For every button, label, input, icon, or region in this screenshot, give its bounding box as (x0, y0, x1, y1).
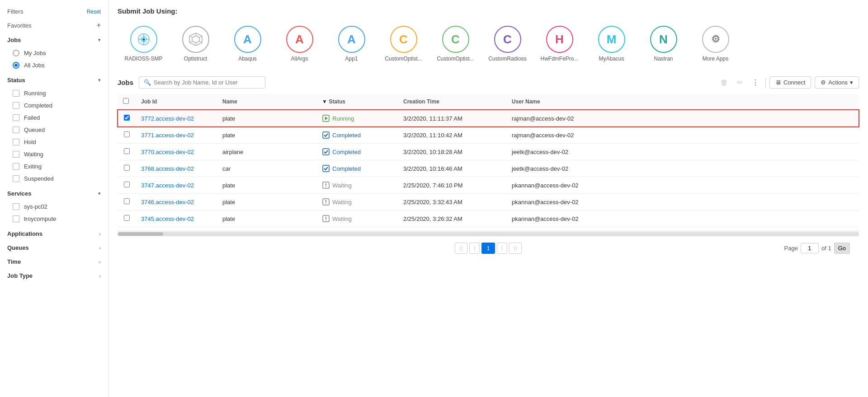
th-user-name[interactable]: User Name (506, 94, 859, 110)
waiting-checkbox[interactable] (13, 151, 19, 158)
queued-checkbox[interactable] (13, 126, 19, 133)
time-section[interactable]: Time › (0, 255, 108, 269)
sidebar-item-queued[interactable]: Queued (0, 124, 108, 136)
row-checkbox-cell[interactable] (118, 210, 136, 227)
row-job-id[interactable]: 3747.access-dev-02 (136, 177, 217, 194)
app-icon-customoptist2[interactable]: C CustomOptist... (429, 22, 481, 65)
sidebar-item-failed[interactable]: Failed (0, 112, 108, 124)
actions-button[interactable]: ⚙ Actions ▾ (815, 76, 859, 89)
row-checkbox[interactable] (124, 215, 130, 221)
jobs-section-header[interactable]: Jobs ▾ (0, 33, 108, 47)
page-last-button[interactable]: ⟩⟩ (509, 243, 522, 254)
app-icon-radioss[interactable]: R RADIOSS-SMP (118, 22, 170, 65)
page-1-button[interactable]: 1 (481, 243, 495, 254)
app-icon-myabacus[interactable]: M MyAbacus (585, 22, 637, 65)
row-job-id[interactable]: 3745.access-dev-02 (136, 210, 217, 227)
sidebar-item-sys-pc02[interactable]: sys-pc02 (0, 201, 108, 213)
row-checkbox[interactable] (124, 131, 130, 137)
row-checkbox-cell[interactable] (118, 144, 136, 160)
troycompute-checkbox[interactable] (13, 215, 19, 222)
table-row[interactable]: 3745.access-dev-02 plate Waiting 2/25/20… (118, 210, 859, 227)
app-icon-nastran[interactable]: N Nastran (637, 22, 689, 65)
page-number-input[interactable] (801, 243, 819, 253)
row-job-id[interactable]: 3746.access-dev-02 (136, 194, 217, 210)
row-checkbox[interactable] (124, 115, 130, 121)
row-job-id[interactable]: 3771.access-dev-02 (136, 127, 217, 144)
row-checkbox[interactable] (124, 182, 130, 187)
app-icon-app1[interactable]: A App1 (326, 22, 377, 65)
th-name[interactable]: Name (217, 94, 316, 110)
sys-pc02-checkbox[interactable] (13, 203, 19, 210)
row-checkbox[interactable] (124, 198, 130, 204)
page-prev-button[interactable]: ⟨ (469, 243, 480, 254)
table-row[interactable]: 3771.access-dev-02 plate Completed 3/2/2… (118, 127, 859, 144)
add-favorite-button[interactable]: + (97, 21, 101, 29)
table-row[interactable]: 3770.access-dev-02 airplane Completed 3/… (118, 144, 859, 160)
job-id-link[interactable]: 3768.access-dev-02 (141, 165, 194, 172)
sidebar-item-suspended[interactable]: Suspended (0, 173, 108, 185)
job-id-link[interactable]: 3771.access-dev-02 (141, 132, 194, 139)
exiting-checkbox[interactable] (13, 163, 19, 170)
applications-section[interactable]: Applications › (0, 227, 108, 241)
row-job-id[interactable]: 3770.access-dev-02 (136, 144, 217, 160)
sidebar-item-all-jobs[interactable]: All Jobs (0, 59, 108, 71)
sidebar-item-my-jobs[interactable]: My Jobs (0, 47, 108, 59)
page-first-button[interactable]: ⟨⟨ (455, 243, 467, 254)
scroll-thumb[interactable] (118, 232, 163, 236)
job-id-link[interactable]: 3746.access-dev-02 (141, 199, 194, 206)
services-section-header[interactable]: Services ▾ (0, 187, 108, 201)
job-id-link[interactable]: 3747.access-dev-02 (141, 182, 194, 189)
page-next-button[interactable]: ⟩ (497, 243, 507, 254)
row-checkbox-cell[interactable] (118, 160, 136, 177)
row-job-id[interactable]: 3768.access-dev-02 (136, 160, 217, 177)
sidebar-item-hold[interactable]: Hold (0, 136, 108, 148)
app-icon-hwfdm[interactable]: H HwFdmFePro... (533, 22, 585, 65)
row-checkbox[interactable] (124, 165, 130, 171)
all-jobs-radio[interactable] (13, 62, 19, 69)
table-row[interactable]: 3768.access-dev-02 car Completed 3/2/202… (118, 160, 859, 177)
app-icon-customoptist1[interactable]: C CustomOptist... (377, 22, 429, 65)
my-jobs-radio[interactable] (13, 50, 19, 56)
app-icon-more-apps[interactable]: ⚙ More Apps (689, 22, 741, 65)
horizontal-scrollbar[interactable] (118, 231, 859, 236)
search-input[interactable] (154, 79, 260, 86)
row-checkbox-cell[interactable] (118, 194, 136, 210)
sidebar-item-waiting[interactable]: Waiting (0, 148, 108, 160)
app-icon-customradioss[interactable]: C CustomRadioss (481, 22, 533, 65)
go-button[interactable]: Go (834, 243, 850, 254)
sidebar-item-exiting[interactable]: Exiting (0, 160, 108, 173)
reset-link[interactable]: Reset (87, 9, 101, 15)
job-id-link[interactable]: 3745.access-dev-02 (141, 215, 194, 222)
suspended-checkbox[interactable] (13, 175, 19, 182)
th-job-id[interactable]: Job Id (136, 94, 217, 110)
job-id-link[interactable]: 3772.access-dev-02 (141, 115, 194, 122)
status-section-header[interactable]: Status ▾ (0, 73, 108, 87)
connect-button[interactable]: 🖥 Connect (769, 76, 811, 89)
app-icon-optistruct[interactable]: Optistruct (170, 22, 222, 65)
delete-button[interactable]: 🗑 (718, 77, 731, 89)
row-checkbox-cell[interactable] (118, 110, 136, 127)
job-type-section[interactable]: Job Type › (0, 269, 108, 283)
row-checkbox[interactable] (124, 148, 130, 154)
row-checkbox-cell[interactable] (118, 177, 136, 194)
sidebar-item-completed[interactable]: Completed (0, 99, 108, 112)
app-icon-abaqus[interactable]: A Abaqus (222, 22, 274, 65)
table-row[interactable]: 3747.access-dev-02 plate Waiting 2/25/20… (118, 177, 859, 194)
row-checkbox-cell[interactable] (118, 127, 136, 144)
search-box[interactable]: 🔍 (139, 76, 265, 89)
failed-checkbox[interactable] (13, 114, 19, 121)
th-select-all[interactable] (118, 94, 136, 110)
select-all-checkbox[interactable] (123, 98, 129, 104)
app-icon-allargs[interactable]: A AllArgs (274, 22, 326, 65)
running-checkbox[interactable] (13, 90, 19, 97)
table-row[interactable]: 3746.access-dev-02 plate Waiting 2/25/20… (118, 194, 859, 210)
table-row[interactable]: 3772.access-dev-02 plate Running 3/2/202… (118, 110, 859, 127)
more-options-button[interactable]: ⋮ (749, 76, 762, 89)
edit-button[interactable]: ✏ (734, 76, 745, 89)
sidebar-item-running[interactable]: Running (0, 87, 108, 99)
row-job-id[interactable]: 3772.access-dev-02 (136, 110, 217, 127)
job-id-link[interactable]: 3770.access-dev-02 (141, 149, 194, 155)
hold-checkbox[interactable] (13, 139, 19, 145)
completed-checkbox[interactable] (13, 102, 19, 109)
th-creation-time[interactable]: Creation Time (398, 94, 506, 110)
